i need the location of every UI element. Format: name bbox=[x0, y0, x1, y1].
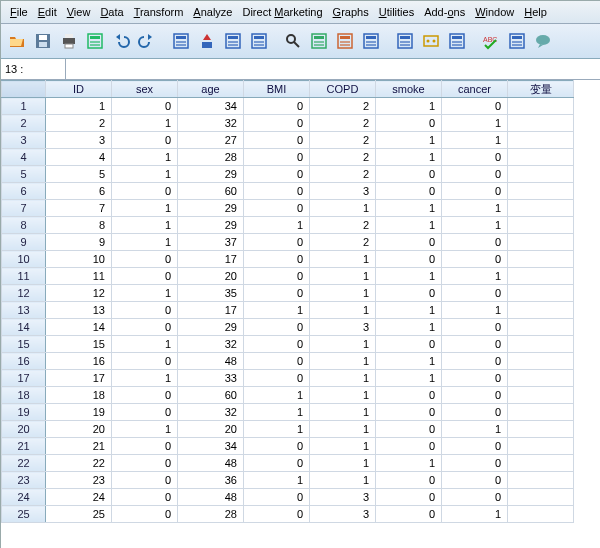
cell[interactable]: 0 bbox=[244, 353, 310, 370]
cell[interactable]: 0 bbox=[112, 472, 178, 489]
cell[interactable]: 1 bbox=[112, 336, 178, 353]
cell[interactable]: 1 bbox=[376, 132, 442, 149]
row-header[interactable]: 19 bbox=[2, 404, 46, 421]
cell[interactable] bbox=[508, 387, 574, 404]
cell[interactable]: 0 bbox=[112, 438, 178, 455]
cell[interactable]: 1 bbox=[310, 404, 376, 421]
cell[interactable]: 2 bbox=[310, 166, 376, 183]
row-header[interactable]: 5 bbox=[2, 166, 46, 183]
cell[interactable] bbox=[508, 302, 574, 319]
cell[interactable] bbox=[508, 336, 574, 353]
cell[interactable]: 16 bbox=[46, 353, 112, 370]
cell[interactable]: 1 bbox=[310, 251, 376, 268]
row-header[interactable]: 8 bbox=[2, 217, 46, 234]
menu-item-10[interactable]: Window bbox=[470, 5, 519, 19]
row-header[interactable]: 2 bbox=[2, 115, 46, 132]
row-header[interactable]: 4 bbox=[2, 149, 46, 166]
cell[interactable]: 2 bbox=[310, 234, 376, 251]
cell[interactable] bbox=[508, 200, 574, 217]
weight-icon[interactable] bbox=[359, 29, 383, 53]
cell[interactable] bbox=[508, 251, 574, 268]
cell[interactable]: 1 bbox=[310, 285, 376, 302]
cell[interactable]: 48 bbox=[178, 455, 244, 472]
column-header[interactable]: smoke bbox=[376, 81, 442, 98]
cell[interactable]: 1 bbox=[442, 302, 508, 319]
cell[interactable]: 0 bbox=[112, 319, 178, 336]
cell[interactable]: 32 bbox=[178, 336, 244, 353]
row-header[interactable]: 18 bbox=[2, 387, 46, 404]
cell-reference-box[interactable]: 13 : bbox=[1, 59, 66, 79]
cell[interactable]: 2 bbox=[310, 98, 376, 115]
column-header[interactable]: cancer bbox=[442, 81, 508, 98]
cell[interactable]: 0 bbox=[244, 115, 310, 132]
cell[interactable]: 0 bbox=[112, 183, 178, 200]
cell[interactable]: 17 bbox=[46, 370, 112, 387]
cell[interactable]: 0 bbox=[442, 319, 508, 336]
cell[interactable]: 1 bbox=[112, 115, 178, 132]
cell[interactable] bbox=[508, 183, 574, 200]
cell[interactable]: 1 bbox=[112, 166, 178, 183]
cell[interactable]: 0 bbox=[442, 234, 508, 251]
cell[interactable]: 1 bbox=[442, 421, 508, 438]
cell[interactable]: 1 bbox=[376, 200, 442, 217]
cell[interactable]: 1 bbox=[310, 387, 376, 404]
cell[interactable]: 9 bbox=[46, 234, 112, 251]
cell[interactable]: 0 bbox=[376, 336, 442, 353]
row-header[interactable]: 11 bbox=[2, 268, 46, 285]
cell[interactable]: 1 bbox=[376, 370, 442, 387]
cell[interactable]: 10 bbox=[46, 251, 112, 268]
cell[interactable]: 48 bbox=[178, 353, 244, 370]
cell[interactable]: 20 bbox=[178, 268, 244, 285]
cell[interactable]: 1 bbox=[244, 472, 310, 489]
grid-corner[interactable] bbox=[2, 81, 46, 98]
cell[interactable]: 0 bbox=[244, 370, 310, 387]
cell[interactable]: 29 bbox=[178, 166, 244, 183]
undo-icon[interactable] bbox=[109, 29, 133, 53]
cell[interactable]: 0 bbox=[112, 302, 178, 319]
compute-icon[interactable] bbox=[247, 29, 271, 53]
row-header[interactable]: 7 bbox=[2, 200, 46, 217]
cell[interactable]: 1 bbox=[112, 217, 178, 234]
cell[interactable]: 0 bbox=[112, 268, 178, 285]
cell[interactable] bbox=[508, 132, 574, 149]
menu-item-5[interactable]: Analyze bbox=[188, 5, 237, 19]
split-file-icon[interactable] bbox=[333, 29, 357, 53]
cell[interactable]: 4 bbox=[46, 149, 112, 166]
column-header[interactable]: BMI bbox=[244, 81, 310, 98]
cell[interactable]: 1 bbox=[310, 268, 376, 285]
cell[interactable]: 0 bbox=[244, 132, 310, 149]
cell[interactable]: 32 bbox=[178, 115, 244, 132]
cell[interactable] bbox=[508, 166, 574, 183]
cell[interactable]: 1 bbox=[310, 370, 376, 387]
row-header[interactable]: 14 bbox=[2, 319, 46, 336]
cell[interactable]: 1 bbox=[376, 217, 442, 234]
cell[interactable]: 23 bbox=[46, 472, 112, 489]
cell[interactable]: 1 bbox=[376, 455, 442, 472]
cell[interactable]: 0 bbox=[376, 183, 442, 200]
cell[interactable]: 1 bbox=[310, 200, 376, 217]
cell[interactable]: 24 bbox=[46, 489, 112, 506]
cell[interactable]: 28 bbox=[178, 149, 244, 166]
cell[interactable]: 60 bbox=[178, 387, 244, 404]
cell[interactable]: 0 bbox=[244, 98, 310, 115]
column-header[interactable]: 变量 bbox=[508, 81, 574, 98]
cell[interactable]: 1 bbox=[376, 98, 442, 115]
value-labels-icon[interactable] bbox=[419, 29, 443, 53]
column-header[interactable]: ID bbox=[46, 81, 112, 98]
find-icon[interactable] bbox=[281, 29, 305, 53]
goto-case-icon[interactable] bbox=[169, 29, 193, 53]
cell[interactable]: 0 bbox=[112, 251, 178, 268]
menu-item-8[interactable]: Utilities bbox=[374, 5, 419, 19]
cell[interactable]: 0 bbox=[442, 438, 508, 455]
cell[interactable]: 1 bbox=[310, 472, 376, 489]
cell[interactable]: 0 bbox=[442, 336, 508, 353]
data-grid-scroll[interactable]: IDsexageBMICOPDsmokecancer变量 11034021022… bbox=[1, 80, 600, 548]
cell[interactable]: 1 bbox=[376, 319, 442, 336]
cell[interactable]: 0 bbox=[244, 319, 310, 336]
cell[interactable] bbox=[508, 319, 574, 336]
cell[interactable]: 0 bbox=[376, 387, 442, 404]
cell[interactable]: 0 bbox=[442, 285, 508, 302]
cell[interactable]: 0 bbox=[376, 472, 442, 489]
cell[interactable]: 33 bbox=[178, 370, 244, 387]
cell[interactable]: 28 bbox=[178, 506, 244, 523]
